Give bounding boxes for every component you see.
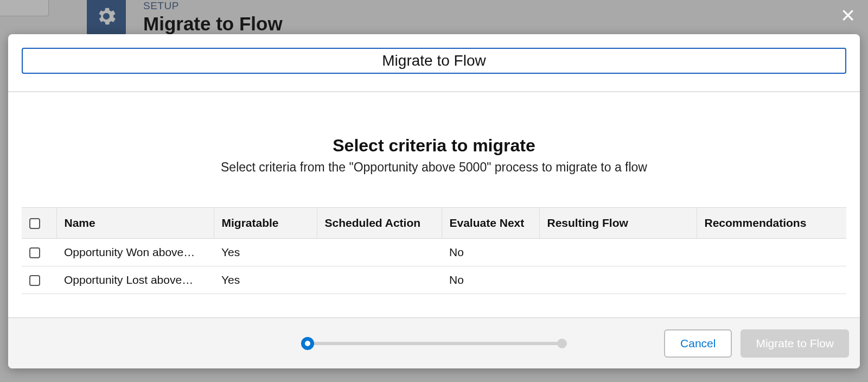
close-icon[interactable]: × xyxy=(841,3,855,27)
cell-evaluate: No xyxy=(442,239,539,266)
modal-footer: Cancel Migrate to Flow xyxy=(8,317,860,368)
cell-evaluate: No xyxy=(442,266,539,294)
row-checkbox[interactable] xyxy=(29,275,40,286)
col-recs-header: Recommendations xyxy=(697,208,846,239)
row-checkbox[interactable] xyxy=(29,247,40,258)
modal-body: Select criteria to migrate Select criter… xyxy=(8,92,860,317)
cell-recs xyxy=(697,266,846,294)
col-resulting-header: Resulting Flow xyxy=(539,208,697,239)
modal-header: Migrate to Flow xyxy=(8,34,860,92)
progress-step-next xyxy=(557,339,567,348)
page-title: Migrate to Flow xyxy=(143,13,283,35)
section-subheading: Select criteria from the "Opportunity ab… xyxy=(22,160,846,175)
col-scheduled-header: Scheduled Action xyxy=(317,208,442,239)
col-migratable-header: Migratable xyxy=(214,208,317,239)
progress-step-current xyxy=(301,337,314,350)
migrate-button[interactable]: Migrate to Flow xyxy=(741,329,849,358)
cell-recs xyxy=(697,239,846,266)
setup-label: SETUP xyxy=(143,0,179,12)
table-header-row: Name Migratable Scheduled Action Evaluat… xyxy=(22,208,846,239)
bg-card xyxy=(0,0,49,16)
cell-migratable: Yes xyxy=(214,266,317,294)
table-row: Opportunity Won above… Yes No xyxy=(22,239,846,266)
cell-resulting xyxy=(539,266,697,294)
modal-title: Migrate to Flow xyxy=(22,48,846,74)
cell-name: Opportunity Lost above… xyxy=(56,266,214,294)
progress-indicator xyxy=(301,337,567,350)
col-name-header: Name xyxy=(56,208,214,239)
cell-migratable: Yes xyxy=(214,239,317,266)
cell-scheduled xyxy=(317,239,442,266)
cell-name: Opportunity Won above… xyxy=(56,239,214,266)
section-heading: Select criteria to migrate xyxy=(22,136,846,156)
migrate-modal: Migrate to Flow Select criteria to migra… xyxy=(8,34,860,368)
cell-scheduled xyxy=(317,266,442,294)
progress-line xyxy=(312,342,559,345)
cancel-button[interactable]: Cancel xyxy=(664,329,732,358)
criteria-table: Name Migratable Scheduled Action Evaluat… xyxy=(22,207,846,294)
cell-resulting xyxy=(539,239,697,266)
table-row: Opportunity Lost above… Yes No xyxy=(22,266,846,294)
select-all-checkbox[interactable] xyxy=(29,218,40,229)
gear-icon xyxy=(87,0,126,36)
col-evaluate-header: Evaluate Next xyxy=(442,208,539,239)
